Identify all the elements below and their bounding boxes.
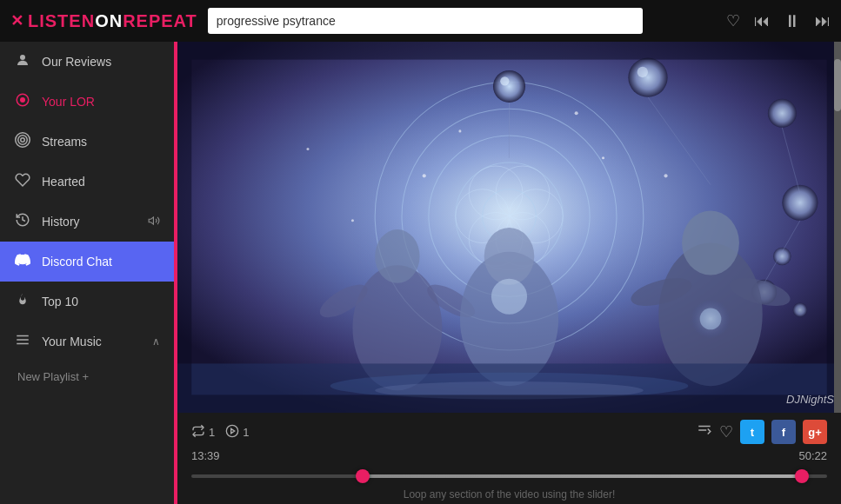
svg-point-57: [664, 174, 668, 177]
time-row: 13:39 50:22: [191, 449, 827, 462]
svg-point-58: [306, 148, 309, 150]
sidebar-item-hearted[interactable]: Hearted: [0, 162, 174, 202]
video-container[interactable]: DJNightS: [177, 42, 841, 413]
new-playlist-label: New Playlist +: [17, 370, 89, 383]
svg-point-56: [351, 219, 354, 222]
slider-left-thumb[interactable]: [356, 469, 370, 483]
sidebar: Our Reviews Your LOR Streams Hearted His: [0, 42, 174, 504]
controls-bar: 1 1 ♡: [177, 413, 841, 504]
twitter-share-button[interactable]: t: [740, 420, 764, 444]
slider-right-thumb[interactable]: [795, 469, 809, 483]
play-pause-icon[interactable]: ⏸: [784, 11, 801, 31]
sidebar-label-top-10: Top 10: [42, 295, 160, 308]
svg-point-37: [375, 229, 419, 283]
sidebar-item-our-reviews[interactable]: Our Reviews: [0, 42, 174, 82]
skip-back-icon[interactable]: ⏮: [754, 12, 770, 30]
video-scrollbar-thumb[interactable]: [834, 59, 841, 111]
slider-track: [191, 474, 827, 478]
current-time: 13:39: [191, 449, 220, 462]
loop-count: 1: [209, 426, 215, 439]
svg-point-52: [423, 174, 426, 177]
total-time: 50:22: [798, 449, 827, 462]
svg-point-27: [637, 67, 648, 77]
svg-point-23: [493, 70, 525, 103]
svg-point-0: [20, 55, 25, 60]
logo-on: ON: [95, 11, 123, 31]
your-music-section[interactable]: Your Music ∧: [0, 322, 174, 361]
play-count-icon: [225, 424, 239, 441]
logo-x: ✕: [10, 11, 24, 30]
loop-count-item: 1: [191, 424, 215, 441]
facebook-share-button[interactable]: f: [771, 420, 796, 444]
video-art: [177, 42, 841, 413]
play-count-item: 1: [225, 424, 249, 441]
sidebar-label-our-reviews: Our Reviews: [42, 55, 160, 69]
sidebar-label-your-lor: Your LOR: [42, 95, 160, 109]
svg-point-24: [500, 76, 509, 85]
sidebar-item-your-lor[interactable]: Your LOR: [0, 82, 174, 122]
heart-button[interactable]: ♡: [719, 422, 733, 441]
play-count: 1: [243, 426, 249, 439]
controls-right: ♡ t f g+: [697, 420, 827, 444]
svg-point-3: [21, 138, 25, 143]
sidebar-item-discord-chat[interactable]: Discord Chat: [0, 242, 174, 282]
sidebar-item-top-10[interactable]: Top 10: [0, 282, 174, 322]
logo-listen: LISTEN: [28, 11, 95, 31]
search-input[interactable]: [208, 8, 643, 34]
svg-point-2: [20, 97, 25, 103]
svg-marker-6: [149, 216, 153, 223]
skip-forward-icon[interactable]: ⏭: [815, 12, 831, 30]
svg-point-60: [227, 425, 238, 436]
facebook-icon: f: [782, 426, 785, 439]
svg-point-54: [575, 111, 578, 115]
sidebar-label-hearted: Hearted: [42, 175, 160, 189]
gplus-icon: g+: [808, 426, 822, 439]
video-scrollbar[interactable]: [834, 42, 841, 413]
svg-point-41: [484, 228, 535, 285]
slider-progress: [363, 474, 801, 478]
lor-icon: [14, 92, 31, 111]
discord-icon: [14, 252, 31, 271]
person-icon: [14, 52, 31, 71]
gplus-share-button[interactable]: g+: [803, 420, 827, 444]
svg-point-42: [491, 279, 527, 315]
svg-point-28: [768, 99, 797, 128]
svg-point-29: [782, 185, 818, 221]
heart-icon[interactable]: ♡: [726, 11, 740, 30]
sidebar-label-streams: Streams: [42, 135, 160, 149]
svg-point-32: [793, 302, 807, 316]
volume-icon: [148, 215, 160, 229]
sidebar-label-discord-chat: Discord Chat: [42, 255, 160, 269]
streams-icon: [14, 132, 31, 151]
video-background: DJNightS: [177, 42, 841, 413]
sidebar-label-your-music: Your Music: [42, 335, 142, 348]
main-layout: Our Reviews Your LOR Streams Hearted His: [0, 42, 841, 504]
svg-point-55: [602, 156, 604, 159]
progress-slider[interactable]: [191, 468, 827, 485]
svg-point-26: [628, 58, 667, 97]
topbar: ✕ LISTEN ON REPEAT ♡ ⏮ ⏸ ⏭: [0, 0, 841, 42]
twitter-icon: t: [751, 426, 754, 439]
sidebar-item-history[interactable]: History: [0, 202, 174, 242]
svg-point-44: [682, 210, 739, 275]
heart-nav-icon: [14, 172, 31, 191]
svg-point-4: [18, 136, 28, 145]
controls-left: 1 1: [191, 424, 249, 441]
list-icon: [14, 332, 31, 351]
sidebar-item-streams[interactable]: Streams: [0, 122, 174, 162]
topbar-icons: ♡ ⏮ ⏸ ⏭: [726, 11, 831, 31]
sidebar-label-history: History: [42, 215, 137, 229]
svg-point-48: [700, 308, 722, 330]
logo: ✕ LISTEN ON REPEAT: [10, 11, 197, 31]
svg-point-53: [458, 129, 461, 132]
controls-row1: 1 1 ♡: [191, 420, 827, 444]
content-wrapper: DJNightS 1: [174, 42, 841, 504]
history-icon: [14, 212, 31, 231]
chevron-up-icon: ∧: [152, 335, 160, 348]
svg-marker-61: [231, 428, 235, 433]
fire-icon: [14, 292, 31, 311]
new-playlist-button[interactable]: New Playlist +: [0, 361, 174, 392]
queue-icon[interactable]: [697, 422, 712, 441]
logo-repeat: REPEAT: [123, 11, 197, 31]
loop-hint: Loop any section of the video using the …: [191, 488, 827, 501]
